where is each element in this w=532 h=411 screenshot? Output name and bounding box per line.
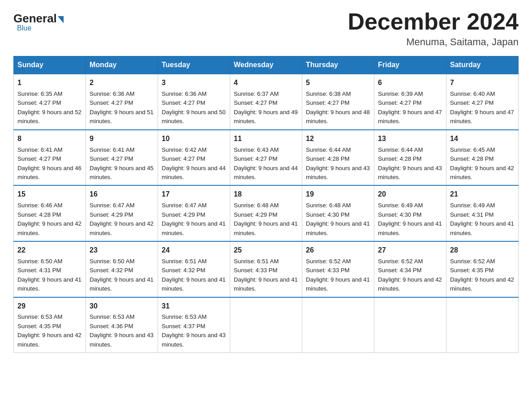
calendar-cell: 9Sunrise: 6:41 AMSunset: 4:27 PMDaylight… [86,130,158,186]
calendar-cell: 16Sunrise: 6:47 AMSunset: 4:29 PMDayligh… [86,185,158,241]
day-info: Sunrise: 6:51 AMSunset: 4:33 PMDaylight:… [234,257,298,294]
calendar-cell: 26Sunrise: 6:52 AMSunset: 4:33 PMDayligh… [302,241,374,297]
logo-general-text: General [13,13,57,24]
day-number: 27 [378,245,442,256]
calendar-cell: 5Sunrise: 6:38 AMSunset: 4:27 PMDaylight… [302,74,374,130]
day-info: Sunrise: 6:41 AMSunset: 4:27 PMDaylight:… [90,146,154,182]
logo: General Blue [13,13,64,32]
day-info: Sunrise: 6:46 AMSunset: 4:28 PMDaylight:… [17,201,82,238]
day-info: Sunrise: 6:44 AMSunset: 4:28 PMDaylight:… [306,146,370,182]
day-number: 14 [450,133,515,145]
column-header-sunday: Sunday [14,56,86,74]
day-info: Sunrise: 6:53 AMSunset: 4:37 PMDaylight:… [162,313,226,349]
calendar-cell: 12Sunrise: 6:44 AMSunset: 4:28 PMDayligh… [302,130,374,186]
day-info: Sunrise: 6:36 AMSunset: 4:27 PMDaylight:… [90,90,154,126]
calendar-cell: 18Sunrise: 6:48 AMSunset: 4:29 PMDayligh… [230,185,302,241]
calendar-cell: 1Sunrise: 6:35 AMSunset: 4:27 PMDaylight… [14,74,86,130]
day-number: 4 [234,77,298,89]
column-header-friday: Friday [374,56,446,74]
column-header-monday: Monday [86,56,158,74]
calendar-table: SundayMondayTuesdayWednesdayThursdayFrid… [13,56,519,353]
day-info: Sunrise: 6:35 AMSunset: 4:27 PMDaylight:… [17,90,82,126]
calendar-cell: 3Sunrise: 6:36 AMSunset: 4:27 PMDaylight… [158,74,230,130]
day-number: 29 [17,301,82,312]
page-header: General Blue December 2024 Menuma, Saita… [13,9,519,48]
day-number: 1 [17,77,82,89]
day-number: 21 [450,189,515,200]
column-header-thursday: Thursday [302,56,374,74]
day-number: 17 [162,189,226,200]
day-number: 11 [234,133,298,145]
calendar-cell: 6Sunrise: 6:39 AMSunset: 4:27 PMDaylight… [374,74,446,130]
day-info: Sunrise: 6:45 AMSunset: 4:28 PMDaylight:… [450,146,515,182]
day-number: 23 [90,245,154,256]
calendar-cell: 24Sunrise: 6:51 AMSunset: 4:32 PMDayligh… [158,241,230,297]
day-number: 24 [162,245,226,256]
calendar-cell: 27Sunrise: 6:52 AMSunset: 4:34 PMDayligh… [374,241,446,297]
day-number: 13 [378,133,442,145]
day-number: 3 [162,77,226,89]
calendar-cell [302,297,374,353]
logo-blue-text: Blue [17,24,31,32]
day-number: 7 [450,77,515,89]
calendar-cell [374,297,446,353]
day-number: 10 [162,133,226,145]
day-info: Sunrise: 6:43 AMSunset: 4:27 PMDaylight:… [234,146,298,182]
calendar-cell: 30Sunrise: 6:53 AMSunset: 4:36 PMDayligh… [86,297,158,353]
day-info: Sunrise: 6:50 AMSunset: 4:32 PMDaylight:… [90,257,154,294]
day-info: Sunrise: 6:48 AMSunset: 4:30 PMDaylight:… [306,201,370,238]
day-info: Sunrise: 6:37 AMSunset: 4:27 PMDaylight:… [234,90,298,126]
day-info: Sunrise: 6:41 AMSunset: 4:27 PMDaylight:… [17,146,82,182]
day-number: 30 [90,301,154,312]
calendar-header-row: SundayMondayTuesdayWednesdayThursdayFrid… [14,56,519,74]
day-info: Sunrise: 6:51 AMSunset: 4:32 PMDaylight:… [162,257,226,294]
calendar-cell: 2Sunrise: 6:36 AMSunset: 4:27 PMDaylight… [86,74,158,130]
day-info: Sunrise: 6:38 AMSunset: 4:27 PMDaylight:… [306,90,370,126]
calendar-cell: 8Sunrise: 6:41 AMSunset: 4:27 PMDaylight… [14,130,86,186]
column-header-saturday: Saturday [446,56,519,74]
calendar-cell: 14Sunrise: 6:45 AMSunset: 4:28 PMDayligh… [446,130,519,186]
day-number: 20 [378,189,442,200]
day-number: 26 [306,245,370,256]
month-title: December 2024 [348,9,519,34]
week-row-2: 8Sunrise: 6:41 AMSunset: 4:27 PMDaylight… [14,130,519,186]
day-info: Sunrise: 6:42 AMSunset: 4:27 PMDaylight:… [162,146,226,182]
day-info: Sunrise: 6:52 AMSunset: 4:33 PMDaylight:… [306,257,370,294]
calendar-cell: 7Sunrise: 6:40 AMSunset: 4:27 PMDaylight… [446,74,519,130]
calendar-cell: 17Sunrise: 6:47 AMSunset: 4:29 PMDayligh… [158,185,230,241]
day-number: 2 [90,77,154,89]
day-number: 12 [306,133,370,145]
day-number: 22 [17,245,82,256]
day-info: Sunrise: 6:50 AMSunset: 4:31 PMDaylight:… [17,257,82,294]
day-number: 25 [234,245,298,256]
day-info: Sunrise: 6:49 AMSunset: 4:30 PMDaylight:… [378,201,442,238]
week-row-4: 22Sunrise: 6:50 AMSunset: 4:31 PMDayligh… [14,241,519,297]
title-section: December 2024 Menuma, Saitama, Japan [348,9,519,48]
day-info: Sunrise: 6:52 AMSunset: 4:34 PMDaylight:… [378,257,442,294]
column-header-wednesday: Wednesday [230,56,302,74]
calendar-cell: 10Sunrise: 6:42 AMSunset: 4:27 PMDayligh… [158,130,230,186]
day-number: 9 [90,133,154,145]
calendar-cell: 15Sunrise: 6:46 AMSunset: 4:28 PMDayligh… [14,185,86,241]
calendar-cell: 29Sunrise: 6:53 AMSunset: 4:35 PMDayligh… [14,297,86,353]
calendar-cell: 22Sunrise: 6:50 AMSunset: 4:31 PMDayligh… [14,241,86,297]
calendar-cell: 23Sunrise: 6:50 AMSunset: 4:32 PMDayligh… [86,241,158,297]
logo-arrow-icon [58,16,64,23]
calendar-cell: 20Sunrise: 6:49 AMSunset: 4:30 PMDayligh… [374,185,446,241]
calendar-cell: 25Sunrise: 6:51 AMSunset: 4:33 PMDayligh… [230,241,302,297]
day-info: Sunrise: 6:48 AMSunset: 4:29 PMDaylight:… [234,201,298,238]
calendar-cell: 28Sunrise: 6:52 AMSunset: 4:35 PMDayligh… [446,241,519,297]
calendar-cell: 21Sunrise: 6:49 AMSunset: 4:31 PMDayligh… [446,185,519,241]
day-info: Sunrise: 6:53 AMSunset: 4:35 PMDaylight:… [17,313,82,349]
day-info: Sunrise: 6:52 AMSunset: 4:35 PMDaylight:… [450,257,515,294]
calendar-cell: 11Sunrise: 6:43 AMSunset: 4:27 PMDayligh… [230,130,302,186]
week-row-1: 1Sunrise: 6:35 AMSunset: 4:27 PMDaylight… [14,74,519,130]
day-info: Sunrise: 6:53 AMSunset: 4:36 PMDaylight:… [90,313,154,349]
day-info: Sunrise: 6:47 AMSunset: 4:29 PMDaylight:… [90,201,154,238]
calendar-cell: 19Sunrise: 6:48 AMSunset: 4:30 PMDayligh… [302,185,374,241]
column-header-tuesday: Tuesday [158,56,230,74]
calendar-cell [446,297,519,353]
day-number: 16 [90,189,154,200]
day-number: 8 [17,133,82,145]
day-number: 19 [306,189,370,200]
